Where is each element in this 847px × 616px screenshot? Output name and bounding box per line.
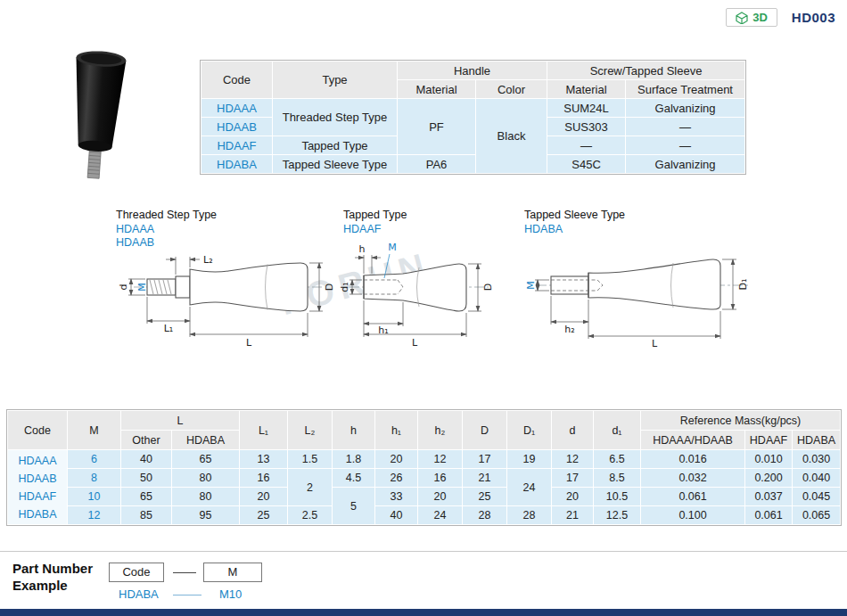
cell-mass-f: 0.037 xyxy=(745,488,793,506)
dim-header-h: h xyxy=(333,411,375,450)
spec-row-hdaaa: HDAAA Threaded Step Type PF Black SUM24L… xyxy=(201,99,745,118)
dim-code-list: HDAAA HDAAB HDAAF HDABA xyxy=(8,450,68,525)
cell-l-other: 65 xyxy=(121,488,172,506)
spec-header-type: Type xyxy=(273,62,398,99)
cell-mass-ab: 0.061 xyxy=(641,488,745,506)
spec-surface-2: — xyxy=(626,136,745,155)
page-part-code: HD003 xyxy=(792,10,835,25)
dim-row-m12: 12 85 95 25 2.5 40 24 28 28 21 12.5 0.10… xyxy=(8,506,841,525)
cell-h1: 20 xyxy=(375,450,418,469)
cell-l-hdaba: 80 xyxy=(172,488,240,506)
spec-header-material-handle: Material xyxy=(398,80,476,99)
catalog-page: 3D HD003 xyxy=(0,0,847,616)
part-number-label-2: Example xyxy=(12,578,68,593)
drawing-tapped xyxy=(364,264,466,311)
spec-type-threaded: Threaded Step Type xyxy=(273,99,398,136)
dim-header-m: M xyxy=(68,411,121,450)
spec-code-hdaba[interactable]: HDABA xyxy=(201,155,273,174)
cell-d: 20 xyxy=(552,488,594,506)
3d-badge-label: 3D xyxy=(752,11,768,24)
dim-label-l1: L₁ xyxy=(164,323,174,334)
spec-table: Code Type Handle Screw/Tapped Sleeve Mat… xyxy=(201,61,745,174)
drawing2-title: Tapped Type xyxy=(343,209,407,221)
spec-surface-3: Galvanizing xyxy=(626,155,745,174)
product-photo-knob xyxy=(57,45,139,185)
dim-label-l-2: L xyxy=(412,337,418,349)
dim-label-m1: M xyxy=(136,283,148,292)
cell-l1: 13 xyxy=(240,450,288,469)
cell-mass-ba: 0.065 xyxy=(793,506,841,525)
dim-label-m2: M xyxy=(388,242,397,253)
spec-type-tapped: Tapped Type xyxy=(273,136,398,155)
spec-header-code: Code xyxy=(201,62,273,99)
cell-h1: 40 xyxy=(375,506,418,525)
cell-D1: 24 xyxy=(507,469,552,506)
dim-label-d: d xyxy=(118,284,129,291)
cell-l-hdaba: 65 xyxy=(172,450,240,469)
dim-label-dcap-2: D xyxy=(482,283,494,291)
cell-d1: 12.5 xyxy=(594,506,641,525)
spec-screwmat-2: — xyxy=(547,136,626,155)
cell-l-other: 85 xyxy=(121,506,172,525)
drawing1-title: Threaded Step Type xyxy=(116,209,217,221)
cell-l2: 2.5 xyxy=(288,506,333,525)
dim-label-h2: h₂ xyxy=(564,324,574,335)
cell-D: 17 xyxy=(463,450,507,469)
cell-l-hdaba: 95 xyxy=(172,506,240,525)
cell-mass-ab: 0.016 xyxy=(641,450,745,469)
spec-screwmat-1: SUS303 xyxy=(547,118,626,136)
dimension-table: Code M L L₁ L₂ h h₁ h₂ D D₁ d d₁ Referen… xyxy=(7,410,841,525)
cell-d1: 6.5 xyxy=(594,450,641,469)
cell-l-other: 40 xyxy=(121,450,172,469)
part-number-label-1: Part Number xyxy=(12,561,93,576)
part-number-m-box: M xyxy=(203,563,262,582)
cell-mass-ba: 0.030 xyxy=(793,450,841,469)
drawing3-title: Tapped Sleeve Type xyxy=(524,209,625,221)
cell-mass-f: 0.061 xyxy=(745,506,793,525)
3d-model-button[interactable]: 3D xyxy=(726,8,777,27)
cell-h2: 24 xyxy=(418,506,463,525)
dim-header-l-hdaba: HDABA xyxy=(172,431,240,450)
dim-label-dcap-1: D xyxy=(324,283,335,291)
part-number-tie-line xyxy=(173,595,201,595)
cell-d: 17 xyxy=(552,469,594,488)
dim-header-ref-ba: HDABA xyxy=(793,431,841,450)
dim-header-code: Code xyxy=(8,411,68,450)
cell-m: 12 xyxy=(68,506,121,525)
cell-D: 21 xyxy=(463,469,507,488)
dim-header-D1: D₁ xyxy=(507,411,552,450)
cell-h2: 20 xyxy=(418,488,463,506)
cell-h2: 16 xyxy=(418,469,463,488)
cell-h: 5 xyxy=(333,488,375,525)
cell-d1: 8.5 xyxy=(594,469,641,488)
spec-code-hdaaa[interactable]: HDAAA xyxy=(201,99,273,118)
spec-surface-0: Galvanizing xyxy=(626,99,745,118)
cell-h1: 26 xyxy=(375,469,418,488)
cell-D1: 28 xyxy=(507,506,552,525)
cell-m: 6 xyxy=(68,450,121,469)
drawing2-code-hdaaf: HDAAF xyxy=(343,223,381,235)
cell-l-hdaba: 80 xyxy=(172,469,240,488)
dim-header-l-other: Other xyxy=(121,431,172,450)
cell-m: 10 xyxy=(68,488,121,506)
dim-code-hdaaf: HDAAF xyxy=(10,488,65,505)
cell-D: 25 xyxy=(463,488,507,506)
dim-header-h2: h₂ xyxy=(418,411,463,450)
drawing3-code-hdaba: HDABA xyxy=(524,223,563,235)
cell-mass-ab: 0.032 xyxy=(641,469,745,488)
dim-header-l: L xyxy=(121,411,240,431)
spec-code-hdaab[interactable]: HDAAB xyxy=(201,118,273,136)
spec-row-hdaba: HDABA Tapped Sleeve Type PA6 S45C Galvan… xyxy=(201,155,745,174)
cell-mass-ba: 0.045 xyxy=(793,488,841,506)
spec-material-pf: PF xyxy=(398,99,476,155)
cell-mass-f: 0.010 xyxy=(745,450,793,469)
dim-label-dcap1: D₁ xyxy=(737,279,749,291)
technical-drawings: L₂ d M L₁ L D h M xyxy=(0,239,847,368)
dim-header-d1: d₁ xyxy=(594,411,641,450)
part-number-example-m: M10 xyxy=(219,587,242,601)
cell-d: 12 xyxy=(552,450,594,469)
spec-material-pa6: PA6 xyxy=(398,155,476,174)
spec-code-hdaaf[interactable]: HDAAF xyxy=(201,136,273,155)
cell-mass-f: 0.200 xyxy=(745,469,793,488)
dim-code-hdaaa: HDAAA xyxy=(10,452,65,470)
